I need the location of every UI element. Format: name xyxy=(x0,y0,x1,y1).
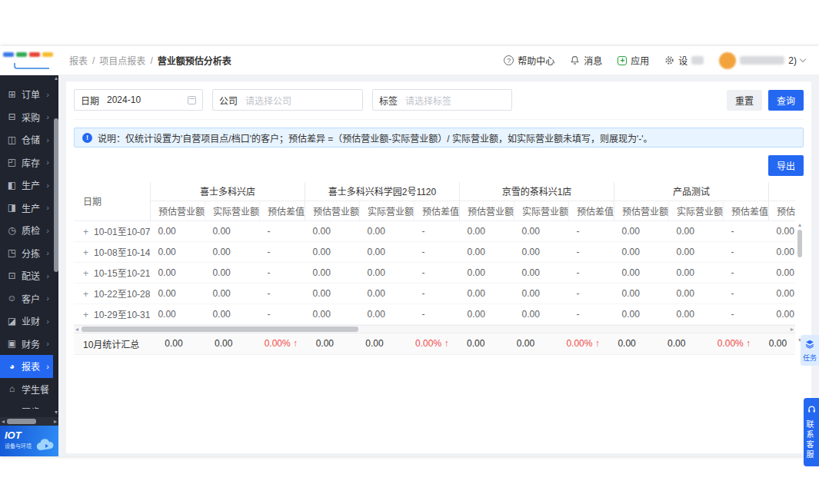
table-cell: - xyxy=(724,241,769,262)
sidebar-item-production-2[interactable]: ◨生产› xyxy=(0,197,53,220)
table-cell: 0.00 xyxy=(514,303,569,324)
chevron-right-icon: › xyxy=(46,135,49,144)
table-cell: - xyxy=(569,241,614,262)
tag-filter-select[interactable]: 标签 请选择标签 xyxy=(372,89,512,111)
expand-icon[interactable]: + xyxy=(83,247,88,258)
sidebar-item-procurement[interactable]: ⊟采购› xyxy=(0,106,53,129)
breadcrumb-item[interactable]: 项目点报表 xyxy=(99,54,145,67)
table-cell: 0.00 xyxy=(614,241,669,262)
sidebar-scrollbar-thumb[interactable] xyxy=(54,118,58,272)
table-cell: 0.00 xyxy=(305,303,359,324)
chevron-right-icon: › xyxy=(46,407,49,409)
page-title: 营业额预估分析表 xyxy=(158,54,231,67)
date-range: 10-15至10-21 xyxy=(94,268,150,279)
sidebar-scroll-down-icon[interactable]: ▾ xyxy=(55,409,58,416)
query-button[interactable]: 查询 xyxy=(768,90,804,111)
export-button[interactable]: 导出 xyxy=(768,155,804,176)
table-cell: 0.00 xyxy=(150,241,205,262)
sidebar-item-label: 分拣 xyxy=(22,247,40,260)
store-group-header: 产品测试 xyxy=(614,182,769,201)
iot-banner[interactable]: IOT 设备与环境 xyxy=(0,426,58,456)
sidebar-item-sync[interactable]: ◎同步› xyxy=(0,400,53,409)
sync-icon: ◎ xyxy=(7,406,17,409)
table-cell: 0.00 xyxy=(614,283,669,303)
sorting-icon: ◳ xyxy=(7,247,17,258)
table-cell-partial: 0.00 xyxy=(769,220,795,241)
sidebar: ▴ ⊞订单›⊟采购›◫仓储›◰库存›◧生产›◨生产›◷质检›◳分拣›⊡配送›☺客… xyxy=(0,75,58,456)
sidebar-item-sorting[interactable]: ◳分拣› xyxy=(0,242,53,265)
sidebar-item-warehouse[interactable]: ◫仓储› xyxy=(0,128,53,151)
table-cell: - xyxy=(414,220,459,241)
table-body: +10-01至10-070.000.00-0.000.00-0.000.00-0… xyxy=(74,220,795,324)
summary-cell: 0.00 xyxy=(207,333,257,355)
scroll-right-icon[interactable]: ▸ xyxy=(54,417,57,426)
table-vertical-scrollbar[interactable]: ▴ ▾ xyxy=(796,222,804,343)
table-row: +10-15至10-210.000.00-0.000.00-0.000.00-0… xyxy=(74,262,795,283)
sidebar-item-label: 报表 xyxy=(22,360,40,373)
table-row: +10-22至10-280.000.00-0.000.00-0.000.00-0… xyxy=(74,283,795,303)
messages-button[interactable]: 消息 xyxy=(570,54,602,67)
username-censor-blur xyxy=(740,56,784,65)
table-cell: - xyxy=(724,262,769,283)
sidebar-item-quality[interactable]: ◷质检› xyxy=(0,219,53,242)
table-cell: - xyxy=(724,220,769,241)
sidebar-horizontal-scrollbar[interactable]: ◂ ▸ xyxy=(0,417,58,426)
expand-icon[interactable]: + xyxy=(83,268,88,279)
sidebar-item-report[interactable]: ◕报表› xyxy=(0,355,53,378)
scroll-up-icon[interactable]: ▴ xyxy=(796,222,804,228)
table-cell: 0.00 xyxy=(460,303,514,324)
production-2-icon: ◨ xyxy=(7,202,17,213)
column-header: 预估差值 xyxy=(724,201,769,220)
table-cell: 0.00 xyxy=(614,220,669,241)
table-cell: 0.00 xyxy=(669,220,724,241)
breadcrumb-item[interactable]: 报表 xyxy=(69,54,88,67)
logo-swoosh xyxy=(14,63,49,69)
user-menu[interactable]: 2) xyxy=(719,52,805,69)
chevron-right-icon: › xyxy=(46,317,49,326)
vscrollbar-thumb[interactable] xyxy=(797,230,802,257)
tasks-widget[interactable]: 任务 xyxy=(801,335,819,366)
date-filter-input[interactable]: 日期 2024-10 xyxy=(74,89,203,111)
sidebar-item-biz-finance[interactable]: ◪业财› xyxy=(0,310,53,333)
column-header-partial: 预估营业额 xyxy=(769,201,795,220)
sidebar-item-customer[interactable]: ☺客户› xyxy=(0,287,53,310)
table-cell: - xyxy=(724,283,769,303)
sidebar-item-delivery[interactable]: ⊡配送› xyxy=(0,264,53,287)
scroll-left-icon[interactable]: ◂ xyxy=(2,417,5,426)
company-filter-select[interactable]: 公司 请选择公司 xyxy=(212,89,363,111)
table-cell: 0.00 xyxy=(205,262,259,283)
expand-icon[interactable]: + xyxy=(83,310,88,320)
sidebar-scroll-up-icon[interactable]: ▴ xyxy=(55,75,58,81)
chevron-right-icon: › xyxy=(46,339,49,348)
hscrollbar-thumb[interactable] xyxy=(82,327,358,332)
contact-support-widget[interactable]: 联系客服 xyxy=(804,398,819,466)
sidebar-vertical-scrollbar[interactable] xyxy=(54,83,58,409)
avatar xyxy=(719,52,736,69)
chevron-right-icon: › xyxy=(46,158,49,167)
expand-icon[interactable]: + xyxy=(83,227,88,237)
sidebar-item-finance[interactable]: ▣财务› xyxy=(0,333,53,356)
sidebar-item-label: 生产 xyxy=(22,178,40,191)
sidebar-item-inventory[interactable]: ◰库存› xyxy=(0,151,53,174)
info-banner-text: 说明：仅统计设置为'自营项目点/档口'的客户；预估差异 =（预估营业额-实际营业… xyxy=(98,131,653,144)
sidebar-item-student-meal[interactable]: ⌂学生餐 xyxy=(0,378,53,401)
cloud-icon xyxy=(35,437,55,453)
settings-button[interactable]: 设 xyxy=(664,54,704,67)
sidebar-item-order[interactable]: ⊞订单› xyxy=(0,83,53,106)
scroll-left-icon[interactable]: ◂ xyxy=(74,326,80,333)
column-header-date: 日期 xyxy=(74,182,150,220)
sidebar-hscrollbar-thumb[interactable] xyxy=(7,419,36,424)
app-window: 报表 / 项目点报表 / 营业额预估分析表 ? 帮助中心 消息 + 应用 设 xyxy=(0,46,819,456)
table-cell: - xyxy=(569,283,614,303)
table-cell: - xyxy=(414,303,459,324)
table-cell: 0.00 xyxy=(305,283,359,303)
table-horizontal-scrollbar[interactable]: ◂ ▸ xyxy=(74,325,795,333)
expand-icon[interactable]: + xyxy=(83,289,88,300)
summary-row-container: 10月统计汇总0.000.000.00% ↑0.000.000.00% ↑0.0… xyxy=(74,333,795,356)
scroll-right-icon[interactable]: ▸ xyxy=(789,326,795,333)
help-center-button[interactable]: ? 帮助中心 xyxy=(504,54,554,67)
sidebar-item-production-1[interactable]: ◧生产› xyxy=(0,174,53,197)
reset-button[interactable]: 重置 xyxy=(727,90,762,111)
table-cell: 0.00 xyxy=(305,220,359,241)
apps-button[interactable]: + 应用 xyxy=(618,54,649,67)
